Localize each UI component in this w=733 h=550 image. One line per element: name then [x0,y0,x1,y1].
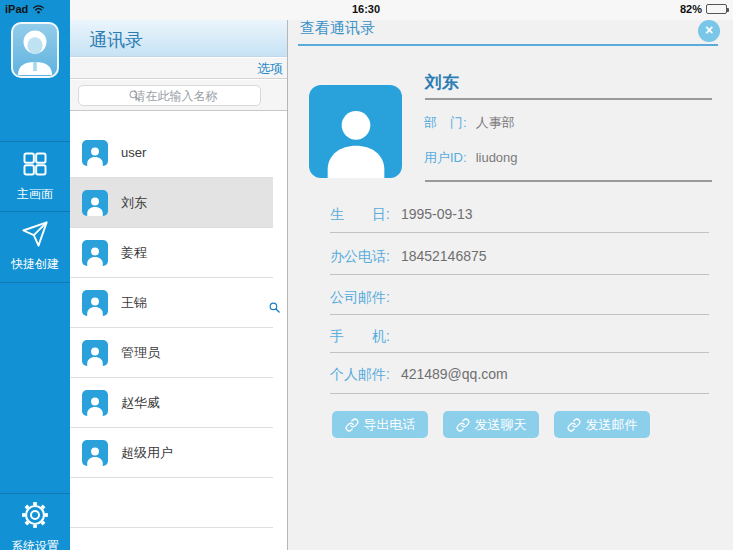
button-label: 发送聊天 [475,416,527,434]
contact-row[interactable]: 姜程 [70,228,273,278]
contact-avatar-icon [82,290,108,316]
paper-plane-icon [21,220,49,248]
link-icon [345,418,359,432]
link-icon [567,418,581,432]
contact-name: 刘东 [121,194,147,212]
clock: 16:30 [336,3,396,15]
contacts-panel: 通讯录 选项 user 刘东 姜程 [70,0,288,550]
send-chat-button[interactable]: 发送聊天 [443,411,539,438]
field-value: 18452146875 [401,248,487,264]
grid-icon [21,150,49,178]
avatar-illustration-icon [13,24,57,76]
field-value: 421489@qq.com [401,366,508,382]
sidebar-divider [0,211,70,212]
device-label: iPad [5,3,28,15]
user-avatar[interactable] [11,22,59,78]
divider [330,274,709,275]
sidebar-item-home[interactable]: 主画面 [0,150,70,203]
contact-row-selected[interactable]: 刘东 [70,178,273,228]
divider [330,352,709,353]
divider [330,232,709,233]
sidebar-item-label: 快捷创建 [0,256,70,273]
battery-percentage: 82% [680,3,702,15]
field-label: 办公电话: [330,248,390,264]
sidebar-item-label: 系统设置 [0,538,70,550]
detail-contact-name: 刘东 [425,71,459,94]
field-value: 人事部 [476,115,515,130]
field-office-phone: 办公电话:18452146875 [330,248,487,266]
field-department: 部 门:人事部 [424,114,515,132]
sidebar-divider [0,141,70,142]
sidebar-divider [0,493,70,494]
field-company-email: 公司邮件: [330,289,401,307]
contact-row[interactable]: 超级用户 [70,428,273,478]
battery-icon [706,4,727,14]
field-label: 用户ID: [424,150,467,165]
close-icon[interactable]: × [698,20,720,42]
options-row: 选项 [70,58,287,79]
search-row [70,80,287,111]
contact-list: user 刘东 姜程 王锦 管理员 赵华威 [70,128,273,528]
sidebar-item-system-settings[interactable]: 系统设置 [0,500,70,550]
sidebar-divider [0,282,70,283]
wifi-icon [32,4,45,14]
divider [330,314,709,315]
field-value: 1995-09-13 [401,206,473,222]
contact-name: 王锦 [121,294,147,312]
field-label: 个人邮件: [330,366,390,382]
divider [425,98,712,100]
send-mail-button[interactable]: 发送邮件 [554,411,650,438]
list-search-icon[interactable] [268,301,281,314]
field-label: 生 日: [330,206,390,222]
sidebar-item-quick-create[interactable]: 快捷创建 [0,220,70,273]
field-label: 公司邮件: [330,289,390,305]
contact-avatar-icon [82,240,108,266]
contact-name: 超级用户 [121,444,173,462]
field-user-id: 用户ID:liudong [424,149,518,167]
contact-name: user [121,145,146,160]
action-bar: 导出电话 发送聊天 发送邮件 [332,411,650,438]
field-personal-email: 个人邮件:421489@qq.com [330,366,508,384]
sidebar-item-label: 主画面 [0,186,70,203]
contact-name: 赵华威 [121,394,160,412]
contact-row[interactable]: 王锦 [70,278,273,328]
contact-row[interactable]: user [70,128,273,178]
contact-avatar-icon [82,190,108,216]
contact-detail-panel: 查看通讯录 × 刘东 部 门:人事部 用户ID:liudong 生 日:1995… [288,0,733,550]
status-bar: 16:30 82% [70,0,733,20]
contact-avatar-icon [82,390,108,416]
field-label: 手 机: [330,328,390,344]
app-window: 16:30 82% iPad 主画面 快捷 [0,0,733,550]
contact-row-empty [70,478,273,528]
detail-avatar-icon [309,85,402,178]
divider [330,393,709,394]
detail-title: 查看通讯录 [300,19,375,38]
gear-icon [20,500,50,530]
export-phone-button[interactable]: 导出电话 [332,411,428,438]
search-input[interactable] [78,85,261,106]
contact-name: 姜程 [121,244,147,262]
search-icon [128,89,141,102]
field-mobile: 手 机: [330,328,401,346]
contact-name: 管理员 [121,344,160,362]
divider [425,180,712,182]
options-link[interactable]: 选项 [257,60,283,78]
link-icon [456,418,470,432]
contact-avatar-icon [82,440,108,466]
field-value: liudong [476,150,518,165]
button-label: 发送邮件 [586,416,638,434]
page-title: 通讯录 [89,28,143,52]
field-birthday: 生 日:1995-09-13 [330,206,473,224]
field-label: 部 门: [424,115,467,130]
contact-row[interactable]: 管理员 [70,328,273,378]
contact-row[interactable]: 赵华威 [70,378,273,428]
contacts-header: 通讯录 [70,20,287,57]
button-label: 导出电话 [364,416,416,434]
contact-avatar-icon [82,140,108,166]
contact-avatar-icon [82,340,108,366]
detail-title-underline [298,44,718,46]
sidebar: iPad 主画面 快捷创建 系统设置 [0,0,70,550]
